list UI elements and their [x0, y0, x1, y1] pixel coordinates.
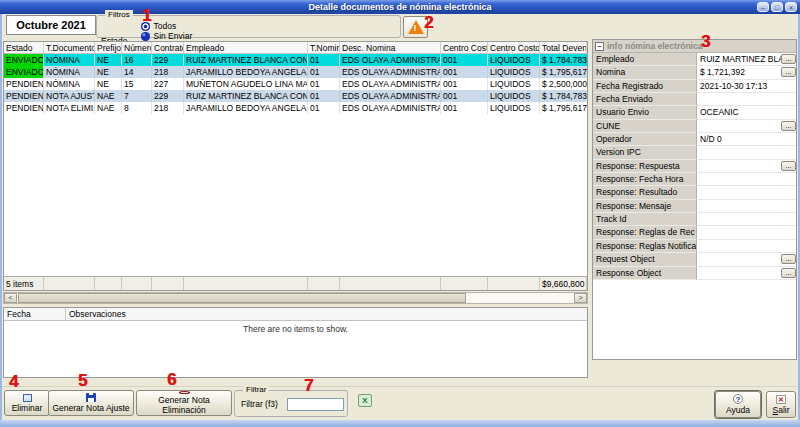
- column-header[interactable]: Centro Costos: [441, 42, 488, 53]
- cell-prefijo[interactable]: NAE: [95, 102, 122, 114]
- column-header-fecha[interactable]: Fecha: [4, 308, 66, 320]
- cell-desc-nomina[interactable]: EDS OLAYA ADMINISTRACION: [340, 102, 441, 114]
- column-header[interactable]: Desc. Nomina: [340, 42, 441, 53]
- cell-centro-costos[interactable]: 001: [441, 102, 488, 114]
- generar-nota-ajuste-button[interactable]: Generar Nota Ajuste: [48, 390, 134, 416]
- cell-tdocumento[interactable]: NÓMINA: [44, 66, 95, 78]
- cell-contrato[interactable]: 229: [152, 54, 184, 66]
- cell-total-devengado[interactable]: $ 1,784,783.: [540, 54, 587, 66]
- cell-centro-costos-desc[interactable]: LIQUIDOS: [488, 102, 540, 114]
- minimize-button[interactable]: –: [757, 2, 769, 12]
- cell-desc-nomina[interactable]: EDS OLAYA ADMINISTRACION: [340, 66, 441, 78]
- column-header[interactable]: Contrato: [152, 42, 184, 53]
- cell-centro-costos-desc[interactable]: LIQUIDOS: [488, 90, 540, 102]
- field-value: [697, 93, 796, 106]
- table-row[interactable]: ENVIADO NÓMINA NE 16 229 RUIZ MARTINEZ B…: [4, 54, 587, 66]
- ayuda-button[interactable]: ? Ayuda: [715, 391, 761, 418]
- radio-sin-enviar[interactable]: Sin Enviar: [141, 31, 224, 41]
- cell-centro-costos[interactable]: 001: [441, 90, 488, 102]
- cell-empleado[interactable]: MUÑETON AGUDELO LINA MARCELA: [184, 78, 308, 90]
- cell-contrato[interactable]: 227: [152, 78, 184, 90]
- cell-contrato[interactable]: 229: [152, 90, 184, 102]
- salir-button[interactable]: ✕ Salir: [766, 391, 796, 418]
- period-box: Octubre 2021: [6, 15, 96, 35]
- cell-numero[interactable]: 14: [122, 66, 152, 78]
- cell-numero[interactable]: 16: [122, 54, 152, 66]
- cell-tnomina[interactable]: 01: [308, 78, 340, 90]
- cell-desc-nomina[interactable]: EDS OLAYA ADMINISTRACION: [340, 54, 441, 66]
- cell-prefijo[interactable]: NAE: [95, 90, 122, 102]
- cell-tdocumento[interactable]: NÓMINA: [44, 78, 95, 90]
- scroll-right-arrow[interactable]: >: [574, 293, 587, 303]
- cell-tnomina[interactable]: 01: [308, 90, 340, 102]
- cell-total-devengado[interactable]: $ 1,795,617.: [540, 66, 587, 78]
- cell-numero[interactable]: 8: [122, 102, 152, 114]
- cell-estado[interactable]: ENVIADO: [4, 54, 44, 66]
- table-row[interactable]: PENDIENTE NOTA AJUSTE NAE 7 229 RUIZ MAR…: [4, 90, 587, 102]
- column-header-observaciones[interactable]: Observaciones: [66, 308, 587, 320]
- cell-tdocumento[interactable]: NÓMINA: [44, 54, 95, 66]
- cell-empleado[interactable]: RUIZ MARTINEZ BLANCA CONSUELO: [184, 54, 308, 66]
- table-row[interactable]: PENDIENTE NÓMINA NE 15 227 MUÑETON AGUDE…: [4, 78, 587, 90]
- cell-total-devengado[interactable]: $ 1,784,783.: [540, 90, 587, 102]
- column-header[interactable]: Número: [122, 42, 152, 53]
- generar-nota-eliminacion-button[interactable]: Generar Nota Eliminación: [136, 390, 232, 416]
- ellipsis-button[interactable]: ...: [781, 121, 796, 131]
- cell-estado[interactable]: PENDIENTE: [4, 102, 44, 114]
- panel-field-row: Response: Reglas de Rec: [593, 226, 796, 239]
- ellipsis-button[interactable]: ...: [781, 254, 796, 264]
- cell-prefijo[interactable]: NE: [95, 78, 122, 90]
- column-header[interactable]: Prefijo: [95, 42, 122, 53]
- cell-empleado[interactable]: JARAMILLO BEDOYA ANGELA YOVANA: [184, 102, 308, 114]
- cell-desc-nomina[interactable]: EDS OLAYA ADMINISTRACION: [340, 78, 441, 90]
- cell-prefijo[interactable]: NE: [95, 54, 122, 66]
- column-header[interactable]: Centro Costos Desc: [488, 42, 540, 53]
- column-header[interactable]: T.Documento: [44, 42, 95, 53]
- ellipsis-button[interactable]: ...: [781, 54, 796, 64]
- cell-desc-nomina[interactable]: EDS OLAYA ADMINISTRACION: [340, 90, 441, 102]
- cell-numero[interactable]: 15: [122, 78, 152, 90]
- cell-estado[interactable]: ENVIADO: [4, 66, 44, 78]
- cell-prefijo[interactable]: NE: [95, 66, 122, 78]
- ellipsis-button[interactable]: ...: [781, 161, 796, 171]
- cell-empleado[interactable]: RUIZ MARTINEZ BLANCA CONSUELO: [184, 90, 308, 102]
- cell-centro-costos-desc[interactable]: LIQUIDOS: [488, 54, 540, 66]
- radio-icon[interactable]: [141, 32, 150, 41]
- cell-total-devengado[interactable]: $ 1,795,617.: [540, 102, 587, 114]
- ellipsis-button[interactable]: ...: [781, 67, 796, 77]
- cell-tdocumento[interactable]: NOTA ELIMI...: [44, 102, 95, 114]
- cell-contrato[interactable]: 218: [152, 102, 184, 114]
- eliminar-button[interactable]: Eliminar: [4, 390, 50, 416]
- cell-tnomina[interactable]: 01: [308, 54, 340, 66]
- filtrar-input[interactable]: [287, 398, 344, 411]
- cell-total-devengado[interactable]: $ 2,500,000.: [540, 78, 587, 90]
- column-header[interactable]: Empleado: [184, 42, 308, 53]
- cell-centro-costos-desc[interactable]: LIQUIDOS: [488, 66, 540, 78]
- cell-contrato[interactable]: 218: [152, 66, 184, 78]
- cell-tnomina[interactable]: 01: [308, 102, 340, 114]
- cell-centro-costos[interactable]: 001: [441, 78, 488, 90]
- cell-centro-costos[interactable]: 001: [441, 66, 488, 78]
- cell-estado[interactable]: PENDIENTE: [4, 78, 44, 90]
- column-header[interactable]: Total Deven: [540, 42, 587, 53]
- table-row[interactable]: ENVIADO NÓMINA NE 14 218 JARAMILLO BEDOY…: [4, 66, 587, 78]
- column-header[interactable]: T.Nomina: [308, 42, 340, 53]
- scrollbar-thumb[interactable]: [18, 293, 466, 303]
- ellipsis-button[interactable]: ...: [781, 268, 796, 278]
- cell-centro-costos-desc[interactable]: LIQUIDOS: [488, 78, 540, 90]
- radio-todos[interactable]: Todos: [141, 21, 224, 31]
- cell-tdocumento[interactable]: NOTA AJUSTE: [44, 90, 95, 102]
- close-button[interactable]: ×: [785, 2, 797, 12]
- scroll-left-arrow[interactable]: <: [4, 293, 17, 303]
- cell-numero[interactable]: 7: [122, 90, 152, 102]
- cell-empleado[interactable]: JARAMILLO BEDOYA ANGELA YOVANA: [184, 66, 308, 78]
- cell-centro-costos[interactable]: 001: [441, 54, 488, 66]
- excel-export-button[interactable]: X: [358, 394, 372, 407]
- maximize-button[interactable]: □: [771, 2, 783, 12]
- table-row[interactable]: PENDIENTE NOTA ELIMI... NAE 8 218 JARAMI…: [4, 102, 587, 114]
- cell-estado[interactable]: PENDIENTE: [4, 90, 44, 102]
- column-header[interactable]: Estado: [4, 42, 44, 53]
- collapse-icon[interactable]: −: [595, 42, 604, 51]
- cell-tnomina[interactable]: 01: [308, 66, 340, 78]
- horizontal-scrollbar[interactable]: < >: [3, 292, 588, 304]
